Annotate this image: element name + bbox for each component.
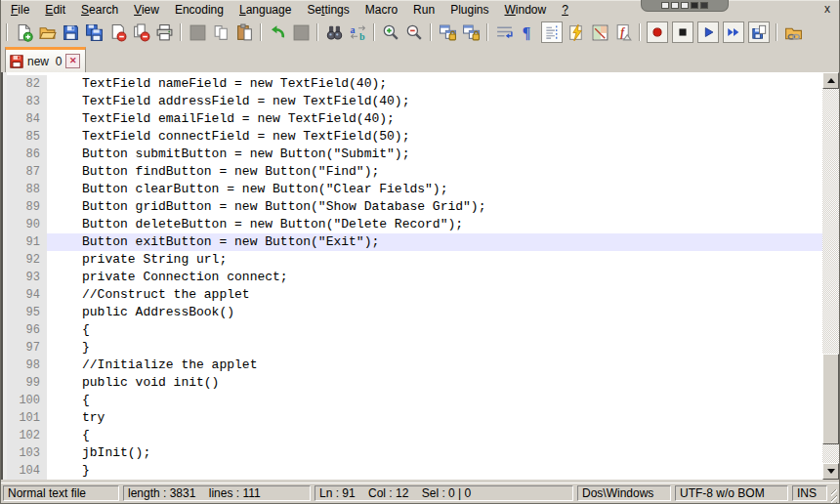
tab-bar: new 0✕ (1, 45, 839, 73)
vertical-scrollbar[interactable] (822, 72, 839, 480)
code-text[interactable]: //Construct the applet (47, 286, 822, 304)
line-number: 82 (7, 75, 47, 93)
code-text[interactable]: Button exitButton = new Button("Exit"); (47, 233, 822, 251)
code-text[interactable]: TextField addressField = new TextField(4… (47, 93, 822, 110)
code-text[interactable]: private String url; (47, 251, 822, 269)
find-icon[interactable] (323, 21, 345, 43)
menu-item-plugins[interactable]: Plugins (442, 1, 496, 20)
word-wrap-icon[interactable] (493, 21, 515, 43)
menu-item-edit[interactable]: Edit (37, 1, 73, 20)
code-line: 97} (7, 339, 822, 357)
code-text[interactable]: Button clearButton = new Button("Clear F… (47, 181, 822, 198)
undo-icon[interactable] (267, 21, 288, 43)
recorder-square (691, 2, 698, 9)
code-line: 100{ (7, 392, 822, 409)
cut-icon (187, 21, 208, 43)
code-line: 88Button clearButton = new Button("Clear… (7, 181, 822, 198)
zoom-in-icon[interactable] (380, 21, 401, 43)
show-all-characters-icon[interactable]: ¶ (517, 21, 538, 43)
sync-horizontal-icon[interactable] (460, 21, 482, 43)
toolbar-separator (180, 23, 182, 41)
function-doc-icon[interactable]: f (612, 21, 634, 43)
menu-item-search[interactable]: Search (73, 1, 126, 20)
line-number: 96 (7, 321, 47, 339)
code-text[interactable]: //Initialize the applet (47, 357, 822, 374)
toolbar-separator (486, 23, 488, 41)
paste-icon[interactable] (233, 21, 255, 43)
folder-link-icon[interactable] (782, 21, 804, 43)
scroll-up-button[interactable] (822, 72, 839, 89)
user-dialog-icon[interactable] (566, 21, 587, 43)
arrow-down-icon (827, 469, 835, 474)
tab-close-icon[interactable]: ✕ (65, 54, 80, 68)
line-number: 92 (7, 251, 47, 269)
close-all-icon[interactable] (130, 21, 151, 43)
status-encoding: UTF-8 w/o BOM (675, 485, 788, 501)
macro-run-multiple-icon[interactable] (723, 21, 744, 43)
code-line: 93private Connection connect; (7, 269, 822, 286)
menu-item-macro[interactable]: Macro (357, 1, 405, 20)
resize-grip[interactable] (831, 489, 837, 503)
code-text[interactable]: public void init() (47, 374, 822, 392)
code-text[interactable]: { (47, 427, 822, 444)
scrollbar-thumb[interactable] (822, 354, 839, 444)
code-line: 98//Initialize the applet (7, 357, 822, 374)
save-all-icon[interactable] (83, 21, 105, 43)
menu-item-help[interactable]: ? (554, 1, 576, 20)
toolbar-separator (430, 23, 432, 41)
code-text[interactable]: Button deleteButton = new Button("Delete… (47, 216, 822, 233)
code-text[interactable]: Button gridButton = new Button("Show Dat… (47, 198, 822, 216)
code-text[interactable]: TextField emailField = new TextField(40)… (47, 110, 822, 128)
menu-item-view[interactable]: View (126, 1, 167, 20)
macro-stop-icon[interactable] (672, 21, 693, 43)
code-text[interactable]: } (47, 339, 822, 357)
code-text[interactable]: { (47, 392, 822, 409)
code-text[interactable]: TextField connectField = new TextField(5… (47, 128, 822, 146)
scroll-down-button[interactable] (822, 463, 839, 480)
code-text[interactable]: } (47, 462, 822, 480)
toolbar-separator (260, 23, 262, 41)
editor[interactable]: 82TextField nameField = new TextField(40… (1, 72, 839, 480)
new-file-icon[interactable] (13, 21, 34, 43)
open-icon[interactable] (36, 21, 58, 43)
toolbar-separator (776, 23, 777, 41)
document-close-icon[interactable]: x (824, 3, 830, 15)
recorder-square (661, 2, 669, 9)
code-text[interactable]: { (47, 321, 822, 339)
replace-icon[interactable]: ab (347, 21, 368, 43)
macro-play-icon[interactable] (697, 21, 719, 43)
code-line: 103jbInit(); (7, 444, 822, 462)
menu-item-encoding[interactable]: Encoding (167, 1, 231, 20)
code-text[interactable]: TextField nameField = new TextField(40); (47, 75, 822, 93)
code-line: 92private String url; (7, 251, 822, 269)
menu-item-window[interactable]: Window (496, 1, 554, 20)
menu-item-settings[interactable]: Settings (299, 1, 357, 20)
menu-item-run[interactable]: Run (405, 1, 442, 20)
sync-vertical-icon[interactable] (437, 21, 458, 43)
code-text[interactable]: Button findButton = new Button("Find"); (47, 163, 822, 181)
code-text[interactable]: try (47, 409, 822, 427)
zoom-out-icon[interactable] (403, 21, 425, 43)
code-text[interactable]: private Connection connect; (47, 269, 822, 286)
menu-item-language[interactable]: Language (231, 1, 299, 20)
show-indent-guide-icon[interactable] (541, 21, 563, 43)
menu-item-file[interactable]: File (3, 1, 37, 20)
tab-label: new 0 (27, 55, 62, 68)
code-area[interactable]: 82TextField nameField = new TextField(40… (7, 72, 822, 480)
line-number: 102 (7, 427, 47, 444)
code-text[interactable]: Button submitButton = new Button("Submit… (47, 146, 822, 163)
tab-new-0[interactable]: new 0✕ (5, 47, 86, 72)
close-icon[interactable] (106, 21, 128, 43)
arrow-up-icon (827, 78, 835, 83)
toolbar-separator (316, 23, 318, 41)
code-line: 87Button findButton = new Button("Find")… (7, 163, 822, 181)
macro-record-icon[interactable] (647, 21, 668, 43)
line-number: 101 (7, 409, 47, 427)
save-icon[interactable] (60, 21, 81, 43)
code-text[interactable]: public AddressBook() (47, 304, 822, 321)
line-number: 94 (7, 286, 47, 304)
print-icon[interactable] (153, 21, 175, 43)
macro-save-icon[interactable] (748, 21, 770, 43)
code-text[interactable]: jbInit(); (47, 444, 822, 462)
doc-map-icon[interactable] (589, 21, 610, 43)
